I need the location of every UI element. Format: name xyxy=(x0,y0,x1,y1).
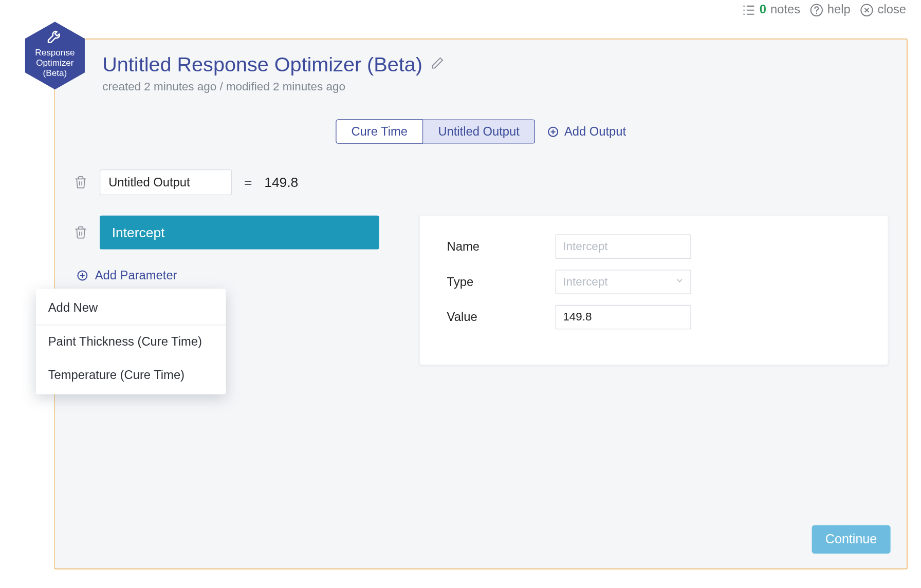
plus-circle-icon xyxy=(77,270,88,281)
delete-parameter-button[interactable] xyxy=(74,225,87,240)
output-tabs: Cure Time Untitled Output Add Output xyxy=(55,119,907,144)
main-panel: Untitled Response Optimizer (Beta) creat… xyxy=(54,39,908,569)
dropdown-paint-thickness[interactable]: Paint Thickness (Cure Time) xyxy=(36,325,226,358)
help-label: help xyxy=(827,3,851,17)
output-name-input[interactable] xyxy=(100,169,232,195)
add-parameter-button[interactable]: Add Parameter xyxy=(77,269,177,283)
parameter-list: Intercept Add Parameter Add New Paint Th… xyxy=(74,216,379,284)
trash-icon xyxy=(74,175,87,189)
form-name-label: Name xyxy=(447,239,556,254)
help-link[interactable]: help xyxy=(810,3,851,17)
dropdown-temperature[interactable]: Temperature (Cure Time) xyxy=(36,358,226,392)
equals-sign: = xyxy=(244,175,252,190)
plus-circle-icon xyxy=(547,126,559,137)
form-type-label: Type xyxy=(447,275,556,289)
badge-line1: Response xyxy=(24,47,86,58)
badge-line2: Optimizer xyxy=(24,58,86,68)
app-badge: Response Optimizer (Beta) xyxy=(24,21,86,91)
close-label: close xyxy=(878,3,906,17)
form-value-label: Value xyxy=(447,310,556,325)
add-parameter-label: Add Parameter xyxy=(95,269,177,283)
edit-title-button[interactable] xyxy=(431,56,444,73)
panel-header: Untitled Response Optimizer (Beta) creat… xyxy=(55,40,907,101)
page-subtitle: created 2 minutes ago / modified 2 minut… xyxy=(102,80,888,93)
form-type-select[interactable] xyxy=(556,270,691,294)
add-parameter-dropdown: Add New Paint Thickness (Cure Time) Temp… xyxy=(36,289,226,394)
svg-point-7 xyxy=(816,12,817,13)
form-value-input[interactable] xyxy=(556,305,691,330)
tab-untitled-output[interactable]: Untitled Output xyxy=(423,119,535,144)
notes-link[interactable]: 0 notes xyxy=(742,3,800,17)
output-computed-value: 149.8 xyxy=(264,175,298,190)
badge-line3: (Beta) xyxy=(24,68,86,78)
add-output-label: Add Output xyxy=(564,124,626,139)
dropdown-add-new[interactable]: Add New xyxy=(36,291,226,325)
close-link[interactable]: close xyxy=(860,3,906,17)
notes-label: notes xyxy=(770,3,800,17)
parameter-intercept[interactable]: Intercept xyxy=(100,216,379,250)
badge-label: Response Optimizer (Beta) xyxy=(24,47,86,78)
top-links: 0 notes help close xyxy=(742,3,906,17)
parameter-row-intercept: Intercept xyxy=(74,216,379,250)
svg-point-0 xyxy=(743,5,745,7)
trash-icon xyxy=(74,225,87,240)
close-icon xyxy=(860,3,873,16)
output-row: = 149.8 xyxy=(55,144,907,195)
svg-point-2 xyxy=(743,9,745,11)
pencil-icon xyxy=(431,56,444,70)
body-columns: Intercept Add Parameter Add New Paint Th… xyxy=(55,195,907,365)
tab-cure-time[interactable]: Cure Time xyxy=(336,119,423,144)
svg-point-4 xyxy=(743,13,745,15)
delete-output-button[interactable] xyxy=(74,175,87,189)
notes-count: 0 xyxy=(760,3,766,17)
list-icon xyxy=(742,4,755,16)
page-title: Untitled Response Optimizer (Beta) xyxy=(102,53,422,76)
add-output-button[interactable]: Add Output xyxy=(547,124,626,139)
parameter-details-card: Name Type Value xyxy=(420,216,888,365)
help-icon xyxy=(810,3,823,16)
form-name-input[interactable] xyxy=(556,235,691,259)
continue-button[interactable]: Continue xyxy=(812,525,890,554)
wrench-icon xyxy=(46,27,64,45)
